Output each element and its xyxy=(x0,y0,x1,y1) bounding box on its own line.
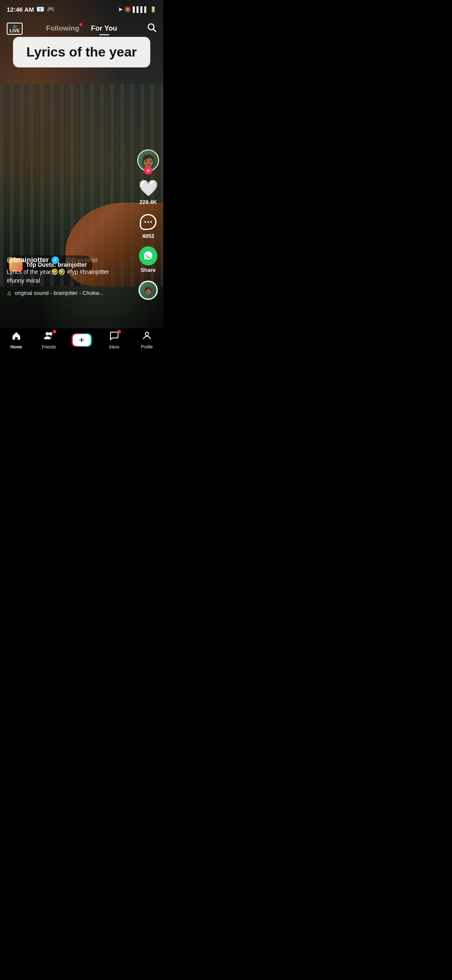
bottom-navigation: Home Friends + Inbox xyxy=(0,328,163,353)
friends-label: Friends xyxy=(42,345,56,349)
sound-row[interactable]: ♫ original sound - brainjotter - Chukw..… xyxy=(7,289,119,297)
status-bar: 12:46 AM 📧 🎮 ➤ 🔕 ▌▌▌▌ 🔋 xyxy=(0,0,163,18)
svg-point-4 xyxy=(145,332,149,335)
plus-icon: + xyxy=(73,334,90,346)
signal-icon: ▌▌▌▌ xyxy=(133,6,148,13)
battery-icon: 🔋 xyxy=(150,6,157,13)
svg-point-3 xyxy=(49,332,52,335)
video-area[interactable]: Lyrics of the year @Brainjotter 🔗 Top Du… xyxy=(0,0,163,328)
nav-friends[interactable]: Friends xyxy=(36,331,62,349)
tv-icon: 📺 xyxy=(13,24,17,28)
email-status-icon: 📧 xyxy=(36,5,44,13)
video-caption: Lyrics of the year🤣🤣 #fyp #brainjotter #… xyxy=(7,268,119,285)
share-action[interactable]: Share xyxy=(139,247,157,273)
svg-line-1 xyxy=(154,29,156,32)
reddit-status-icon: 🎮 xyxy=(47,5,55,13)
inbox-notif-dot xyxy=(118,330,121,333)
friends-icon xyxy=(44,331,54,343)
music-note-icon: ♫ xyxy=(7,289,11,297)
home-icon xyxy=(11,331,21,343)
heart-icon: 🤍 xyxy=(139,179,158,197)
nav-tabs: Following For You xyxy=(46,24,117,33)
album-art[interactable]: 🧑🏾 xyxy=(139,281,158,300)
creator-info: @brainjotter ✓ Lyrics of the year🤣🤣 #fyp… xyxy=(0,256,126,303)
sound-text: original sound - brainjotter - Chukw... xyxy=(15,290,103,296)
live-button[interactable]: 📺 LIVE xyxy=(7,23,23,35)
share-label: Share xyxy=(141,267,156,273)
like-action[interactable]: 🤍 229.4K xyxy=(139,179,157,205)
live-label: LIVE xyxy=(10,28,20,33)
creator-avatar[interactable]: 🧑🏾 + xyxy=(137,150,159,171)
nav-profile[interactable]: Profile xyxy=(134,331,159,349)
profile-label: Profile xyxy=(141,345,153,349)
nav-inbox[interactable]: Inbox xyxy=(102,331,127,349)
following-notif-dot xyxy=(80,23,82,26)
top-navigation: 📺 LIVE Following For You xyxy=(0,18,163,39)
follow-plus-button[interactable]: + xyxy=(144,166,152,175)
home-label: Home xyxy=(10,345,22,349)
lyrics-overlay-box: Lyrics of the year xyxy=(13,37,150,67)
comment-dots xyxy=(144,221,152,223)
comment-dot-1 xyxy=(144,221,146,223)
comment-dot-2 xyxy=(147,221,149,223)
tab-following[interactable]: Following xyxy=(46,24,79,33)
create-button[interactable]: + xyxy=(72,333,92,347)
comment-bubble-icon xyxy=(140,214,157,230)
right-actions: 🧑🏾 + 🤍 229.4K 4852 xyxy=(137,150,159,300)
share-icon-wrap xyxy=(139,247,157,265)
creator-username[interactable]: @brainjotter xyxy=(7,256,49,264)
inbox-icon xyxy=(109,331,119,343)
like-icon-wrap: 🤍 xyxy=(139,179,157,197)
like-count: 229.4K xyxy=(139,199,157,205)
comment-count: 4852 xyxy=(142,233,154,239)
tab-for-you[interactable]: For You xyxy=(91,24,117,33)
lyrics-text: Lyrics of the year xyxy=(26,44,137,59)
nav-home[interactable]: Home xyxy=(4,331,29,349)
profile-icon xyxy=(142,331,152,343)
username-row: @brainjotter ✓ xyxy=(7,256,119,264)
nav-create[interactable]: + xyxy=(69,333,94,347)
album-art-image: 🧑🏾 xyxy=(144,286,152,294)
inbox-label: Inbox xyxy=(109,345,119,349)
search-button[interactable] xyxy=(146,22,157,35)
friends-notif-dot xyxy=(53,330,56,333)
whatsapp-icon xyxy=(139,246,157,266)
comment-icon-wrap xyxy=(139,213,157,231)
svg-point-2 xyxy=(46,332,49,335)
comment-dot-3 xyxy=(150,221,152,223)
verified-badge: ✓ xyxy=(51,256,59,264)
status-time: 12:46 AM xyxy=(7,6,34,13)
comment-action[interactable]: 4852 xyxy=(139,213,157,239)
location-icon: ➤ xyxy=(118,6,123,13)
avatar-image: 🧑🏾 xyxy=(141,154,156,168)
mute-icon: 🔕 xyxy=(124,6,131,13)
